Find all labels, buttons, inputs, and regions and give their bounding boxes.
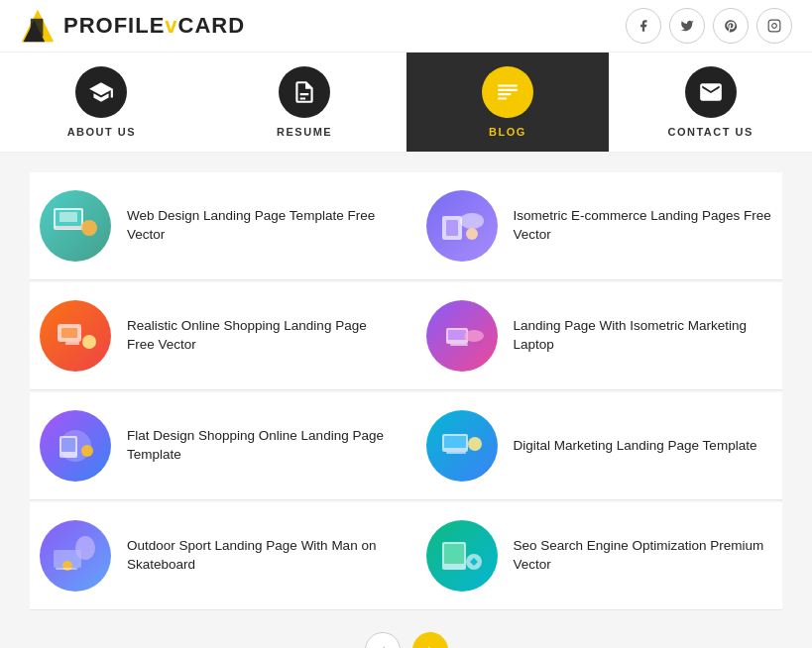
svg-rect-35 — [444, 544, 464, 564]
thumb-img-4 — [432, 306, 492, 366]
blog-item-7[interactable]: Outdoor Sport Landing Page With Man on S… — [30, 502, 406, 610]
instagram-button[interactable] — [756, 8, 792, 44]
svg-point-8 — [81, 220, 97, 236]
about-icon-circle — [75, 66, 127, 118]
blog-grid: Web Design Landing Page Template Free Ve… — [30, 172, 782, 612]
svg-point-16 — [82, 335, 96, 349]
svg-rect-17 — [65, 342, 79, 345]
blog-title-2: Isometric E-commerce Landing Pages Free … — [514, 207, 773, 245]
nav-blog[interactable]: BLOG — [406, 53, 610, 152]
blog-title-3: Realistic Online Shopping Landing Page F… — [127, 317, 387, 355]
svg-rect-7 — [56, 226, 81, 229]
svg-point-20 — [464, 330, 484, 342]
blog-thumb-6 — [426, 410, 498, 482]
svg-point-28 — [468, 437, 482, 451]
graduation-icon — [88, 79, 114, 105]
blog-title-5: Flat Design Shopping Online Landing Page… — [127, 427, 387, 465]
svg-rect-15 — [61, 328, 77, 338]
blog-title-1: Web Design Landing Page Template Free Ve… — [127, 207, 387, 245]
resume-icon-circle — [279, 66, 330, 118]
about-label: ABOUT US — [67, 126, 136, 138]
social-icons — [626, 8, 792, 44]
logo-text: PROFILEvCARD — [63, 13, 245, 39]
prev-icon — [376, 643, 390, 648]
thumb-img-1 — [46, 196, 105, 256]
thumb-img-7 — [46, 526, 105, 586]
contact-icon-circle — [685, 66, 737, 118]
blog-thumb-1 — [40, 190, 111, 262]
blog-thumb-4 — [426, 300, 498, 372]
svg-rect-9 — [59, 212, 77, 222]
svg-point-13 — [466, 228, 478, 240]
resume-label: RESUME — [277, 126, 332, 138]
logo[interactable]: PROFILEvCARD — [20, 8, 245, 44]
pagination — [30, 612, 782, 648]
svg-rect-29 — [446, 452, 466, 454]
nav-contact[interactable]: CONTACT US — [609, 53, 812, 152]
thumb-img-6 — [432, 416, 492, 476]
blog-item-1[interactable]: Web Design Landing Page Template Free Ve… — [30, 172, 406, 280]
thumb-img-2 — [432, 196, 492, 256]
blog-item-6[interactable]: Digital Marketing Landing Page Template — [406, 392, 783, 500]
blog-item-5[interactable]: Flat Design Shopping Online Landing Page… — [30, 392, 406, 500]
mail-icon — [698, 79, 724, 105]
next-page-button[interactable] — [412, 632, 448, 648]
blog-title-4: Landing Page With Isometric Marketing La… — [514, 317, 773, 355]
main-content: Web Design Landing Page Template Free Ve… — [0, 153, 812, 648]
blog-title-7: Outdoor Sport Landing Page With Man on S… — [127, 537, 387, 575]
blog-icon-circle — [482, 66, 533, 118]
contact-label: CONTACT US — [667, 126, 753, 138]
blog-title-8: Seo Search Engine Optimization Premium V… — [514, 537, 773, 575]
blog-label: BLOG — [489, 126, 526, 138]
blog-thumb-2 — [426, 190, 498, 262]
blog-item-4[interactable]: Landing Page With Isometric Marketing La… — [406, 282, 783, 390]
blog-thumb-3 — [40, 300, 111, 372]
thumb-img-8 — [432, 526, 492, 586]
svg-rect-19 — [448, 330, 466, 340]
blog-title-6: Digital Marketing Landing Page Template — [514, 437, 757, 456]
pinterest-button[interactable] — [713, 8, 749, 44]
svg-point-12 — [460, 213, 484, 229]
nav-about[interactable]: ABOUT US — [0, 53, 203, 152]
svg-point-31 — [75, 536, 95, 560]
svg-rect-3 — [768, 20, 780, 32]
thumb-img-3 — [46, 306, 105, 366]
blog-thumb-8 — [426, 520, 498, 592]
document-icon — [291, 79, 317, 105]
twitter-button[interactable] — [669, 8, 705, 44]
header: PROFILEvCARD — [0, 0, 812, 53]
nav-resume[interactable]: RESUME — [203, 53, 406, 152]
svg-rect-24 — [61, 438, 75, 452]
svg-rect-33 — [56, 568, 77, 570]
blog-icon — [495, 79, 521, 105]
next-icon — [423, 643, 437, 648]
blog-item-3[interactable]: Realistic Online Shopping Landing Page F… — [30, 282, 406, 390]
svg-rect-11 — [446, 220, 458, 236]
svg-rect-27 — [444, 436, 466, 448]
prev-page-button[interactable] — [365, 632, 401, 648]
logo-icon — [20, 8, 56, 44]
blog-thumb-5 — [40, 410, 111, 482]
svg-point-25 — [81, 445, 93, 457]
blog-item-8[interactable]: Seo Search Engine Optimization Premium V… — [406, 502, 783, 610]
blog-item-2[interactable]: Isometric E-commerce Landing Pages Free … — [406, 172, 783, 280]
blog-thumb-7 — [40, 520, 111, 592]
nav: ABOUT US RESUME BLOG CONTACT US — [0, 53, 812, 153]
thumb-img-5 — [46, 416, 105, 476]
facebook-button[interactable] — [626, 8, 661, 44]
svg-rect-21 — [450, 344, 468, 346]
